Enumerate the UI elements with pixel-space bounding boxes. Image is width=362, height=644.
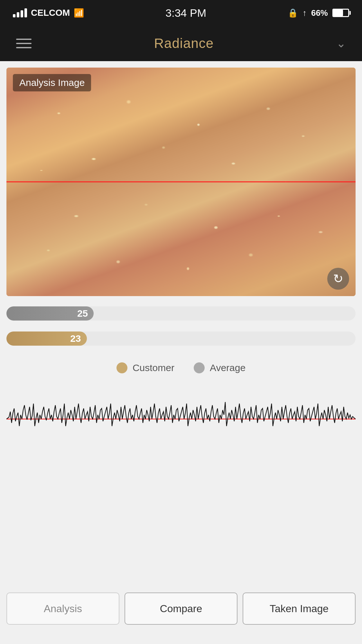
carrier-label: CELCOM xyxy=(31,8,70,18)
customer-legend-item: Customer xyxy=(116,362,174,373)
refresh-button[interactable]: ↺ xyxy=(327,268,349,290)
analysis-image-container: Analysis Image ↺ xyxy=(6,68,356,296)
average-legend-label: Average xyxy=(210,362,246,373)
customer-legend-label: Customer xyxy=(133,362,174,373)
status-bar: CELCOM 📶 3:34 PM 🔒 ↑ 66% xyxy=(0,0,362,26)
analysis-image-label: Analysis Image xyxy=(13,74,91,91)
page-title: Radiance xyxy=(154,36,214,51)
taken-image-button[interactable]: Taken Image xyxy=(243,593,356,625)
status-left: CELCOM 📶 xyxy=(13,8,84,18)
chevron-down-icon[interactable]: ⌄ xyxy=(336,37,346,50)
scan-line xyxy=(6,182,356,182)
average-bar-value: 25 xyxy=(77,308,88,319)
main-content: Analysis Image ↺ 25 23 Customer xyxy=(0,61,362,466)
menu-button[interactable] xyxy=(16,39,32,48)
legend: Customer Average xyxy=(6,357,356,381)
average-legend-dot xyxy=(194,362,205,373)
battery-percent: 66% xyxy=(311,8,328,18)
battery-icon xyxy=(332,9,349,17)
refresh-icon: ↺ xyxy=(333,272,343,286)
average-bar-container: 25 xyxy=(6,304,356,323)
waveform-line xyxy=(6,402,356,426)
analysis-button[interactable]: Analysis xyxy=(6,593,119,625)
customer-bar-value: 23 xyxy=(70,333,81,344)
waveform-svg xyxy=(6,384,356,449)
bottom-nav: Analysis Compare Taken Image xyxy=(0,593,362,625)
signal-bars-icon xyxy=(13,8,27,17)
customer-bar-container: 23 xyxy=(6,329,356,348)
status-time: 3:34 PM xyxy=(165,7,206,19)
bars-section: 25 23 xyxy=(6,296,356,357)
app-header: Radiance ⌄ xyxy=(0,26,362,61)
compare-button[interactable]: Compare xyxy=(125,593,237,625)
location-icon: ↑ xyxy=(302,8,307,18)
average-bar-fill: 25 xyxy=(6,306,94,321)
wifi-icon: 📶 xyxy=(74,8,84,18)
bottom-area: Analysis Compare Taken Image xyxy=(0,522,362,644)
customer-legend-dot xyxy=(116,362,127,373)
waveform-graph xyxy=(6,381,356,460)
lock-icon: 🔒 xyxy=(288,8,298,18)
average-legend-item: Average xyxy=(194,362,246,373)
customer-bar-fill: 23 xyxy=(6,331,87,346)
status-right: 🔒 ↑ 66% xyxy=(288,8,349,18)
